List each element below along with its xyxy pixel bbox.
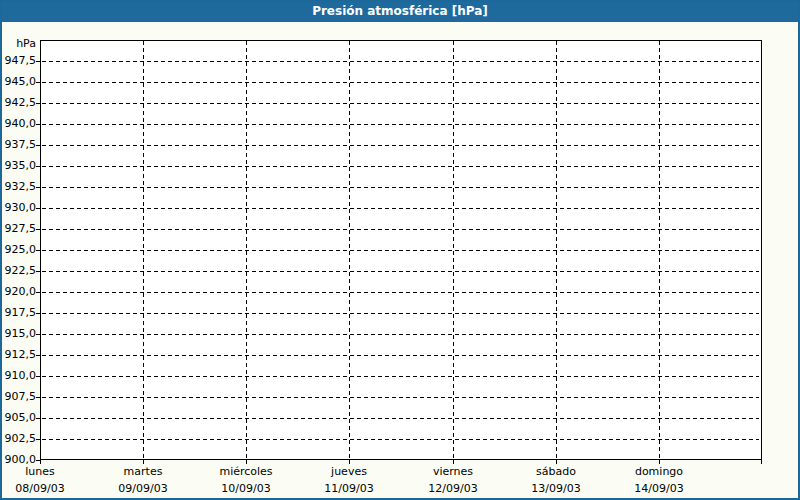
y-tick-label: 920,0	[0, 285, 36, 299]
x-gridline	[349, 41, 350, 459]
y-axis-tick	[36, 145, 40, 146]
y-axis-tick	[36, 187, 40, 188]
y-tick-label: 915,0	[0, 327, 36, 341]
y-axis-tick	[36, 271, 40, 272]
x-axis-tick	[453, 460, 454, 464]
y-axis-tick	[36, 82, 40, 83]
title-bar: Presión atmosférica [hPa]	[0, 0, 800, 22]
y-axis-tick	[36, 397, 40, 398]
y-axis-tick	[36, 208, 40, 209]
x-day-label: jueves	[298, 465, 400, 479]
y-axis-tick	[36, 439, 40, 440]
x-date-label: 12/09/03	[402, 482, 504, 496]
y-tick-label: 907,5	[0, 390, 36, 404]
y-axis-tick	[36, 418, 40, 419]
y-gridline	[42, 313, 759, 314]
y-gridline	[42, 145, 759, 146]
x-day-label: lunes	[0, 465, 91, 479]
y-tick-label: 905,0	[0, 411, 36, 425]
x-axis-tick	[40, 460, 41, 464]
y-axis-tick	[36, 292, 40, 293]
y-gridline	[42, 166, 759, 167]
y-axis-tick	[36, 166, 40, 167]
x-date-label: 11/09/03	[298, 482, 400, 496]
x-axis-tick	[246, 460, 247, 464]
x-day-label: domingo	[608, 465, 710, 479]
y-tick-label: 917,5	[0, 306, 36, 320]
x-date-label: 14/09/03	[608, 482, 710, 496]
y-tick-label: 930,0	[0, 201, 36, 215]
x-axis-tick	[349, 460, 350, 464]
y-tick-label: 932,5	[0, 180, 36, 194]
y-tick-label: 922,5	[0, 264, 36, 278]
x-axis-tick	[556, 460, 557, 464]
x-axis-tick	[659, 460, 660, 464]
x-date-label: 13/09/03	[505, 482, 607, 496]
y-axis-tick	[36, 61, 40, 62]
y-gridline	[42, 208, 759, 209]
plot-area	[40, 40, 762, 460]
y-axis-tick	[36, 250, 40, 251]
x-axis-tick	[761, 460, 762, 464]
y-gridline	[42, 292, 759, 293]
x-gridline	[143, 41, 144, 459]
y-gridline	[42, 334, 759, 335]
y-gridline	[42, 418, 759, 419]
x-day-label: viernes	[402, 465, 504, 479]
y-gridline	[42, 439, 759, 440]
x-day-label: martes	[92, 465, 194, 479]
y-tick-label: 947,5	[0, 54, 36, 68]
y-tick-label: 910,0	[0, 369, 36, 383]
y-tick-label: 940,0	[0, 117, 36, 131]
y-axis-tick	[36, 313, 40, 314]
y-gridline	[42, 124, 759, 125]
y-gridline	[42, 397, 759, 398]
y-tick-label: 942,5	[0, 96, 36, 110]
y-tick-label: 902,5	[0, 432, 36, 446]
y-tick-label: 912,5	[0, 348, 36, 362]
x-day-label: miércoles	[195, 465, 297, 479]
x-gridline	[659, 41, 660, 459]
x-gridline	[556, 41, 557, 459]
x-gridline	[453, 41, 454, 459]
y-gridline	[42, 271, 759, 272]
app-window: Presión atmosférica [hPa] 947,5945,0942,…	[0, 0, 800, 500]
y-gridline	[42, 355, 759, 356]
y-gridline	[42, 229, 759, 230]
x-day-label: sábado	[505, 465, 607, 479]
y-axis-tick	[36, 103, 40, 104]
y-tick-label: 927,5	[0, 222, 36, 236]
x-date-label: 08/09/03	[0, 482, 91, 496]
x-date-label: 10/09/03	[195, 482, 297, 496]
y-gridline	[42, 82, 759, 83]
y-axis-tick	[36, 124, 40, 125]
y-gridline	[42, 61, 759, 62]
y-tick-label: 945,0	[0, 75, 36, 89]
y-gridline	[42, 250, 759, 251]
y-axis-unit-label: hPa	[0, 37, 36, 51]
y-axis-tick	[36, 334, 40, 335]
y-tick-label: 925,0	[0, 243, 36, 257]
y-gridline	[42, 187, 759, 188]
y-axis-tick	[36, 376, 40, 377]
x-gridline	[246, 41, 247, 459]
chart-title: Presión atmosférica [hPa]	[312, 4, 488, 18]
y-axis-tick	[36, 229, 40, 230]
y-gridline	[42, 376, 759, 377]
x-axis-tick	[143, 460, 144, 464]
y-tick-label: 935,0	[0, 159, 36, 173]
y-gridline	[42, 103, 759, 104]
y-axis-tick	[36, 355, 40, 356]
y-tick-label: 937,5	[0, 138, 36, 152]
x-date-label: 09/09/03	[92, 482, 194, 496]
